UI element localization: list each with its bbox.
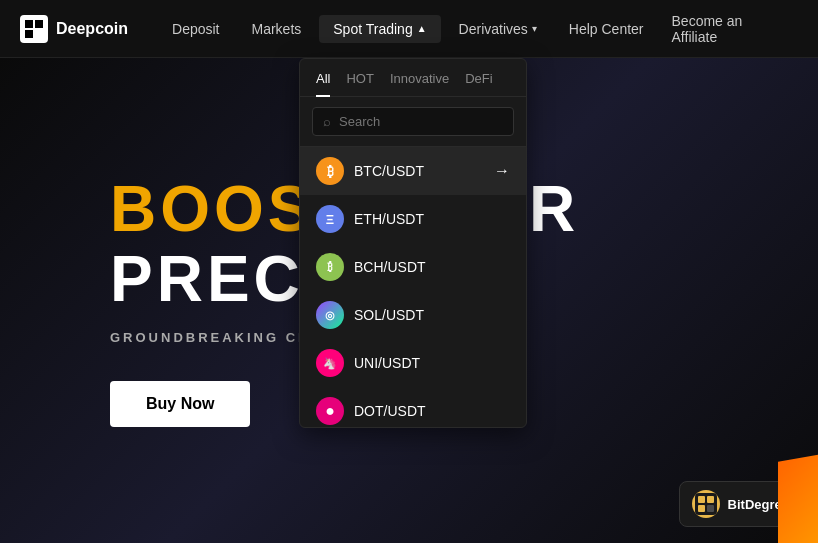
svg-rect-2 (25, 30, 33, 38)
coin-icon-sol: ◎ (316, 301, 344, 329)
pair-symbol-uni: UNI/USDT (354, 355, 510, 371)
nav-item-affiliate[interactable]: Become an Affiliate (658, 7, 798, 51)
coin-icon-bch: ₿ (316, 253, 344, 281)
list-item[interactable]: ₿ BCH/USDT (300, 243, 526, 291)
pair-list: ₿ BTC/USDT → Ξ ETH/USDT ₿ BCH/USDT ◎ SOL… (300, 147, 526, 427)
list-item[interactable]: Ξ ETH/USDT (300, 195, 526, 243)
svg-rect-1 (35, 20, 43, 28)
orange-widget (778, 453, 818, 543)
pair-symbol-btc: BTC/USDT (354, 163, 484, 179)
derivatives-caret: ▾ (532, 23, 537, 34)
nav-item-help-center[interactable]: Help Center (555, 15, 658, 43)
coin-icon-eth: Ξ (316, 205, 344, 233)
svg-rect-7 (707, 505, 714, 512)
navbar: Deepcoin Deposit Markets Spot Trading ▲ … (0, 0, 818, 58)
tab-all[interactable]: All (316, 71, 330, 96)
list-item[interactable]: ₿ BTC/USDT → (300, 147, 526, 195)
tab-innovative[interactable]: Innovative (390, 71, 449, 96)
coin-icon-btc: ₿ (316, 157, 344, 185)
bitdegree-icon (692, 490, 720, 518)
pair-symbol-sol: SOL/USDT (354, 307, 510, 323)
dropdown-tabs: All HOT Innovative DeFi (300, 59, 526, 97)
list-item[interactable]: 🦄 UNI/USDT (300, 339, 526, 387)
search-area: ⌕ (300, 97, 526, 147)
search-box: ⌕ (312, 107, 514, 136)
tab-defi[interactable]: DeFi (465, 71, 492, 96)
brand-name: Deepcoin (56, 20, 128, 38)
coin-icon-uni: 🦄 (316, 349, 344, 377)
svg-rect-0 (25, 20, 33, 28)
search-input[interactable] (339, 114, 503, 129)
pair-symbol-bch: BCH/USDT (354, 259, 510, 275)
spot-trading-caret: ▲ (417, 23, 427, 34)
coin-icon-dot: ● (316, 397, 344, 425)
spot-trading-dropdown: All HOT Innovative DeFi ⌕ ₿ BTC/USDT → Ξ… (299, 58, 527, 428)
arrow-icon: → (494, 162, 510, 180)
search-icon: ⌕ (323, 114, 331, 129)
logo[interactable]: Deepcoin (20, 15, 128, 43)
nav-item-deposit[interactable]: Deposit (158, 15, 233, 43)
list-item[interactable]: ◎ SOL/USDT (300, 291, 526, 339)
pair-symbol-eth: ETH/USDT (354, 211, 510, 227)
svg-rect-4 (698, 496, 705, 503)
nav-item-markets[interactable]: Markets (237, 15, 315, 43)
svg-rect-6 (698, 505, 705, 512)
nav-item-derivatives[interactable]: Derivatives ▾ (445, 15, 551, 43)
nav-items: Deposit Markets Spot Trading ▲ Derivativ… (158, 15, 658, 43)
logo-icon (20, 15, 48, 43)
buy-now-button[interactable]: Buy Now (110, 381, 250, 427)
tab-hot[interactable]: HOT (346, 71, 373, 96)
nav-item-spot-trading[interactable]: Spot Trading ▲ (319, 15, 440, 43)
svg-rect-5 (707, 496, 714, 503)
list-item[interactable]: ● DOT/USDT (300, 387, 526, 427)
pair-symbol-dot: DOT/USDT (354, 403, 510, 419)
